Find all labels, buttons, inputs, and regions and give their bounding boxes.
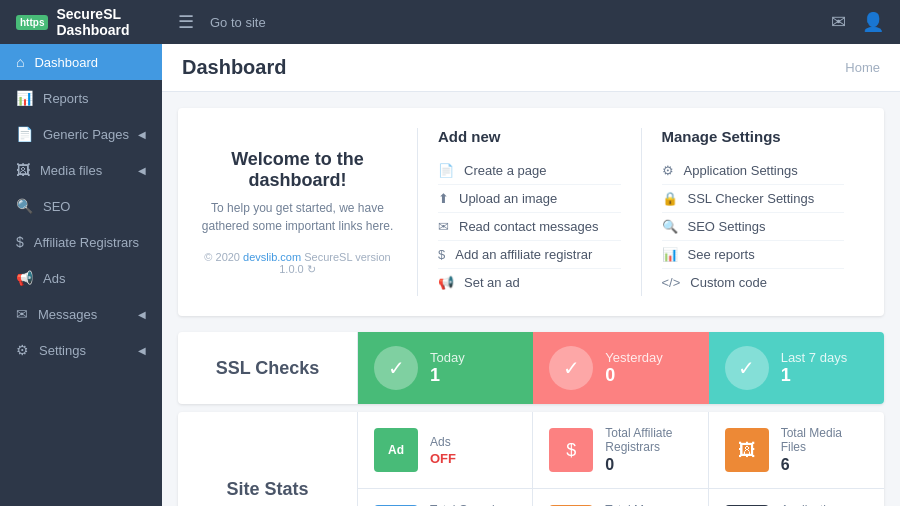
ads-icon-box: Ad [374, 428, 418, 472]
app-settings-link[interactable]: ⚙ Application Settings [662, 157, 845, 185]
ads-icon: 📢 [16, 270, 33, 286]
chart-icon: 📊 [662, 247, 678, 262]
affiliate-icon: $ [16, 234, 24, 250]
ad-icon: Ad [388, 443, 404, 457]
page-title: Dashboard [182, 56, 286, 79]
pages-icon: 📄 [16, 126, 33, 142]
sidebar-label: Settings [39, 343, 86, 358]
sidebar: ⌂ Dashboard 📊 Reports 📄 Generic Pages ◀ … [0, 44, 162, 506]
sidebar-item-generic-pages[interactable]: 📄 Generic Pages ◀ [0, 116, 162, 152]
manage-settings-section: Manage Settings ⚙ Application Settings 🔒… [642, 128, 865, 296]
ssl-checks-label: SSL Checks [178, 332, 358, 404]
ads-stat-value: OFF [430, 451, 516, 466]
ssl-yesterday-label: Yesterday [605, 350, 662, 365]
media-stat-label: Total Media Files [781, 426, 868, 454]
link-label: Read contact messages [459, 219, 598, 234]
sidebar-label: Media files [40, 163, 102, 178]
messages-icon: ✉ [16, 306, 28, 322]
sidebar-item-dashboard[interactable]: ⌂ Dashboard [0, 44, 162, 80]
media-stat-value: 6 [781, 456, 868, 474]
brand: https SecureSL Dashboard [16, 6, 178, 38]
create-page-link[interactable]: 📄 Create a page [438, 157, 621, 185]
app-version-stat-card: ↻ Application Version 1.0.0 [709, 489, 884, 506]
welcome-subtitle: To help you get started, we have gathere… [198, 199, 397, 235]
dollar-icon: $ [566, 440, 576, 461]
sidebar-item-settings[interactable]: ⚙ Settings ◀ [0, 332, 162, 368]
seo-icon: 🔍 [16, 198, 33, 214]
reports-icon: 📊 [16, 90, 33, 106]
sidebar-item-seo[interactable]: 🔍 SEO [0, 188, 162, 224]
add-affiliate-link[interactable]: $ Add an affiliate registrar [438, 241, 621, 269]
read-messages-link[interactable]: ✉ Read contact messages [438, 213, 621, 241]
home-icon: ⌂ [16, 54, 24, 70]
link-label: Set an ad [464, 275, 520, 290]
sidebar-item-media-files[interactable]: 🖼 Media files ◀ [0, 152, 162, 188]
go-to-site[interactable]: Go to site [210, 15, 831, 30]
affiliate-stat-label: Total Affiliate Registrars [605, 426, 691, 454]
menu-icon[interactable]: ☰ [178, 11, 194, 33]
page-header: Dashboard Home [162, 44, 900, 92]
stats-cards: Ad Ads OFF $ Total Affiliate Registrars [358, 412, 884, 506]
chevron-icon: ◀ [138, 309, 146, 320]
link-label: Application Settings [684, 163, 798, 178]
settings-icon: ⚙ [16, 342, 29, 358]
seo-settings-link[interactable]: 🔍 SEO Settings [662, 213, 845, 241]
ssl-cards: ✓ Today 1 ✓ Yesterday 0 [358, 332, 884, 404]
welcome-footer: © 2020 devslib.com SecureSL version 1.0.… [198, 251, 397, 276]
content-area: Dashboard Home Welcome to the dashboard!… [162, 44, 900, 506]
affiliate-stat-info: Total Affiliate Registrars 0 [605, 426, 691, 474]
user-icon[interactable]: 👤 [862, 11, 884, 33]
check-circle-icon: ✓ [549, 346, 593, 390]
sidebar-item-ads[interactable]: 📢 Ads [0, 260, 162, 296]
mail-icon[interactable]: ✉ [831, 11, 846, 33]
add-new-title: Add new [438, 128, 621, 145]
refresh-icon[interactable]: ↻ [307, 263, 316, 275]
ssl-yesterday-count: 0 [605, 365, 662, 386]
chevron-icon: ◀ [138, 165, 146, 176]
sidebar-label: SEO [43, 199, 70, 214]
sidebar-item-affiliate[interactable]: $ Affiliate Registrars [0, 224, 162, 260]
lock-icon: 🔒 [662, 191, 678, 206]
affiliate-stat-card: $ Total Affiliate Registrars 0 [533, 412, 708, 489]
breadcrumb: Home [845, 60, 880, 75]
page-icon: 📄 [438, 163, 454, 178]
topbar: https SecureSL Dashboard ☰ Go to site ✉ … [0, 0, 900, 44]
set-ad-link[interactable]: 📢 Set an ad [438, 269, 621, 296]
media-icon: 🖼 [16, 162, 30, 178]
see-reports-link[interactable]: 📊 See reports [662, 241, 845, 269]
upload-image-link[interactable]: ⬆ Upload an image [438, 185, 621, 213]
search-icon: 🔍 [662, 219, 678, 234]
chevron-icon: ◀ [138, 345, 146, 356]
site-stats-section: Site Stats Ad Ads OFF $ [178, 412, 884, 506]
ssl-checks-section: SSL Checks ✓ Today 1 ✓ Yesterday [178, 332, 884, 404]
messages-stat-card: ✉ Total Messages Received 0 [533, 489, 708, 506]
sidebar-item-reports[interactable]: 📊 Reports [0, 80, 162, 116]
link-label: See reports [688, 247, 755, 262]
generic-pages-stat-card: 📄 Total Generic Pages 2 [358, 489, 533, 506]
sidebar-item-messages[interactable]: ✉ Messages ◀ [0, 296, 162, 332]
dashboard-content: Welcome to the dashboard! To help you ge… [162, 92, 900, 506]
sidebar-label: Affiliate Registrars [34, 235, 139, 250]
file-icon: 🖼 [738, 440, 756, 461]
link-label: SSL Checker Settings [688, 191, 815, 206]
welcome-card: Welcome to the dashboard! To help you ge… [178, 108, 884, 316]
check-circle-icon: ✓ [374, 346, 418, 390]
affiliate-stat-value: 0 [605, 456, 691, 474]
media-stat-info: Total Media Files 6 [781, 426, 868, 474]
brand-name: SecureSL Dashboard [56, 6, 178, 38]
add-new-section: Add new 📄 Create a page ⬆ Upload an imag… [418, 128, 642, 296]
media-icon-box: 🖼 [725, 428, 769, 472]
ssl-settings-link[interactable]: 🔒 SSL Checker Settings [662, 185, 845, 213]
ssl-today-count: 1 [430, 365, 465, 386]
dollar-icon: $ [438, 247, 445, 262]
ads-stat-info: Ads OFF [430, 435, 516, 466]
footer-link[interactable]: devslib.com [243, 251, 301, 263]
brand-badge: https [16, 15, 48, 30]
ssl-7days-count: 1 [781, 365, 848, 386]
sidebar-label: Dashboard [34, 55, 98, 70]
welcome-title: Welcome to the dashboard! [198, 149, 397, 191]
ssl-7days-info: Last 7 days 1 [781, 350, 848, 386]
custom-code-link[interactable]: </> Custom code [662, 269, 845, 296]
ssl-yesterday-info: Yesterday 0 [605, 350, 662, 386]
chevron-icon: ◀ [138, 129, 146, 140]
